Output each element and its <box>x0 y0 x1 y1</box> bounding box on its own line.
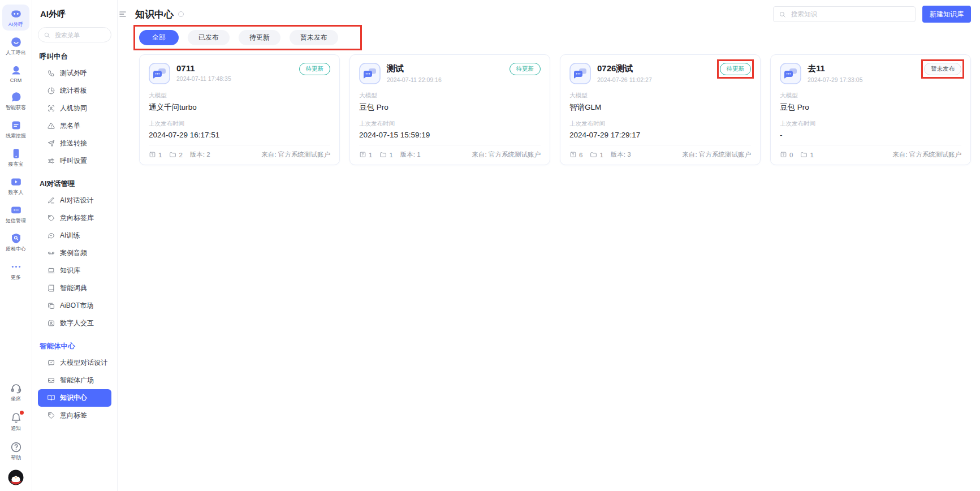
sidebar-item-blacklist[interactable]: 黑名单 <box>38 117 111 135</box>
source-label: 来自: 官方系统测试账户 <box>893 150 961 159</box>
pencil-icon <box>48 197 55 204</box>
rail-item-label: 质检中心 <box>6 246 26 253</box>
knowledge-card[interactable]: 测试 2024-07-11 22:09:16 待更新 大模型 豆包 Pro 上次… <box>349 54 550 165</box>
sidebar-search-input[interactable] <box>54 31 106 39</box>
sidebar-item-label: 知识中心 <box>60 393 87 403</box>
rail-item-more[interactable]: 更多 <box>2 257 29 283</box>
sidebar-item-label: AI训练 <box>60 231 80 240</box>
ai-call-icon <box>10 8 22 20</box>
lead-mining-icon <box>10 119 22 131</box>
smart-leads-icon <box>10 91 22 103</box>
sidebar-item-label: 测试外呼 <box>60 68 87 78</box>
publish-time-label: 上次发布时间 <box>780 120 961 128</box>
sidebar-item-ai-dialog-design[interactable]: AI对话设计 <box>38 192 111 209</box>
knowledge-search[interactable] <box>773 6 916 22</box>
rail-item-ai-call[interactable]: AI外呼 <box>2 5 29 31</box>
sidebar-item-intent-tags[interactable]: 意向标签 <box>38 407 111 424</box>
paper-plane-icon <box>48 140 55 147</box>
sidebar-item-human-machine[interactable]: 人机协同 <box>38 100 111 117</box>
model-label: 大模型 <box>780 92 961 100</box>
rail-item-label: 通知 <box>11 425 21 432</box>
folder-count: 1 <box>800 151 813 158</box>
sidebar-item-agent-plaza[interactable]: 智能体广场 <box>38 372 111 389</box>
folder-icon <box>800 151 808 158</box>
main-area: 知识中心 新建知识库 全部 已发布 待更新 暂未发布 0711 <box>118 0 980 491</box>
filter-tab-published[interactable]: 已发布 <box>188 30 230 45</box>
doc-count: 6 <box>569 151 582 158</box>
sidebar-item-knowledge-base[interactable]: 知识库 <box>38 262 111 279</box>
rail-item-label: CRM <box>10 77 22 83</box>
sidebar-item-aibot-market[interactable]: AiBOT市场 <box>38 297 111 315</box>
card-created-time: 2024-07-11 17:48:35 <box>176 75 231 82</box>
sidebar-item-stats-board[interactable]: 统计看板 <box>38 82 111 100</box>
knowledge-search-input[interactable] <box>790 10 910 18</box>
sidebar-item-label: 智能词典 <box>60 283 87 293</box>
sidebar-item-label: 智能体广场 <box>60 376 94 385</box>
digital-human-icon <box>10 176 22 188</box>
folder-icon <box>379 151 387 158</box>
rail-item-help[interactable]: 帮助 <box>2 438 29 464</box>
rail-item-label: 坐席 <box>11 395 21 403</box>
create-knowledge-base-button[interactable]: 新建知识库 <box>922 6 971 23</box>
rail-item-digital-human[interactable]: 数字人 <box>2 173 29 199</box>
knowledge-base-icon <box>149 63 170 84</box>
rail-bottom-group: 坐席 通知 帮助 <box>2 379 29 485</box>
version-label: 版本: 2 <box>190 150 210 159</box>
status-filter-group: 全部 已发布 待更新 暂未发布 <box>133 25 362 50</box>
card-created-time: 2024-07-11 22:09:16 <box>387 76 442 83</box>
sidebar-item-test-call[interactable]: 测试外呼 <box>38 64 111 82</box>
rail-item-notifications[interactable]: 通知 <box>2 408 29 434</box>
rail-item-lead-mining[interactable]: 线索挖掘 <box>2 116 29 142</box>
status-badge: 待更新 <box>510 63 541 75</box>
rail-item-label: AI外呼 <box>8 21 24 28</box>
sidebar-item-call-settings[interactable]: 呼叫设置 <box>38 152 111 170</box>
sidebar-title: AI外呼 <box>38 0 111 27</box>
filter-tab-pending-update[interactable]: 待更新 <box>239 30 280 45</box>
rail-item-agent-seat[interactable]: 坐席 <box>2 379 29 405</box>
laptop-icon <box>48 267 55 274</box>
rail-item-reception[interactable]: 接客宝 <box>2 144 29 170</box>
refresh-icon[interactable] <box>178 11 184 17</box>
sidebar-item-smart-dictionary[interactable]: 智能词典 <box>38 279 111 297</box>
publish-time-label: 上次发布时间 <box>569 120 751 128</box>
rail-item-sms[interactable]: 短信管理 <box>2 201 29 227</box>
sidebar-section-agent-center: 智能体中心 <box>40 342 110 351</box>
sidebar-item-label: AiBOT市场 <box>60 301 93 311</box>
phone-icon <box>48 70 55 77</box>
sidebar-item-push-transfer[interactable]: 推送转接 <box>38 135 111 152</box>
user-avatar[interactable] <box>8 470 24 485</box>
page-title: 知识中心 <box>135 8 174 21</box>
sidebar-item-label: 大模型对话设计 <box>60 358 107 368</box>
sidebar-item-llm-dialog-design[interactable]: 大模型对话设计 <box>38 354 111 372</box>
sidebar-section-call-platform: 呼叫中台 <box>40 52 110 62</box>
sidebar-item-knowledge-center[interactable]: 知识中心 <box>38 389 111 407</box>
person-scan-icon <box>48 105 55 112</box>
rail-item-smart-leads[interactable]: 智能获客 <box>2 88 29 114</box>
knowledge-card[interactable]: 0726测试 2024-07-26 11:02:27 待更新 大模型 智谱GLM… <box>560 54 761 165</box>
knowledge-card[interactable]: 0711 2024-07-11 17:48:35 待更新 大模型 通义千问tur… <box>139 54 340 165</box>
sidebar-section-ai-dialog: AI对话管理 <box>40 179 110 189</box>
sidebar-item-case-audio[interactable]: 案例音频 <box>38 244 111 262</box>
publish-time-value: 2024-07-29 16:17:51 <box>149 131 330 139</box>
folder-icon <box>590 151 597 158</box>
rail-item-qc[interactable]: 质检中心 <box>2 229 29 255</box>
rail-item-crm[interactable]: CRM <box>2 61 29 85</box>
book-icon <box>48 285 55 292</box>
rail-item-manual-call[interactable]: 人工呼出 <box>2 33 29 59</box>
filter-tab-all[interactable]: 全部 <box>139 30 179 45</box>
sidebar-search[interactable] <box>38 27 111 42</box>
sidebar-item-ai-training[interactable]: AI训练 <box>38 227 111 244</box>
knowledge-card[interactable]: 去11 2024-07-29 17:33:05 暂未发布 大模型 豆包 Pro … <box>770 54 971 165</box>
sidebar-item-intent-tag-library[interactable]: 意向标签库 <box>38 209 111 227</box>
filter-tab-unpublished[interactable]: 暂未发布 <box>290 30 338 45</box>
inbox-icon <box>48 377 55 384</box>
knowledge-base-icon <box>780 63 801 84</box>
model-value: 智谱GLM <box>569 102 751 113</box>
sidebar-item-label: 人机协同 <box>60 104 87 113</box>
sidebar-item-digital-human-interaction[interactable]: 数字人交互 <box>38 315 111 332</box>
model-value: 通义千问turbo <box>149 102 330 113</box>
knowledge-base-icon <box>569 63 591 84</box>
sidebar-collapse-icon[interactable] <box>119 11 127 18</box>
folder-count: 1 <box>379 151 392 158</box>
sidebar-item-label: 数字人交互 <box>60 318 94 328</box>
